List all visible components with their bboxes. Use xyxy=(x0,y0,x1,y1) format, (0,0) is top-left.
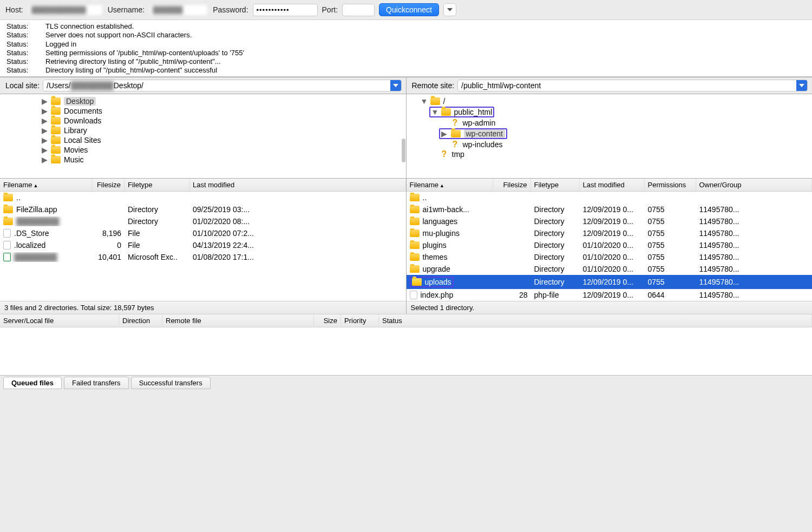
list-row[interactable]: themes Directory 01/10/2020 0... 0755 11… xyxy=(407,251,813,263)
col-filetype[interactable]: Filetype xyxy=(125,179,189,191)
list-row[interactable]: .localized 0 File 04/13/2019 22:4... xyxy=(0,239,406,251)
local-file-list: Filename▲ Filesize Filetype Last modifie… xyxy=(0,179,407,314)
tree-row-public-html[interactable]: ▼ public_html xyxy=(407,106,813,118)
list-row[interactable]: .. xyxy=(407,192,813,203)
cell-own: 11495780... xyxy=(696,205,813,214)
cell-type: Directory xyxy=(531,264,580,274)
folder-icon xyxy=(3,206,13,213)
col-filesize[interactable]: Filesize xyxy=(493,179,531,191)
tree-label: Local Sites xyxy=(64,136,101,145)
quickconnect-dropdown[interactable] xyxy=(443,3,456,16)
list-row[interactable]: ai1wm-back... Directory 12/09/2019 0... … xyxy=(407,203,813,215)
qcol-server[interactable]: Server/Local file xyxy=(0,314,119,327)
host-input[interactable] xyxy=(28,4,103,16)
queue-body xyxy=(0,327,812,375)
folder-icon xyxy=(51,136,61,144)
list-row[interactable]: FileZilla.app Directory 09/25/2019 03:..… xyxy=(0,203,406,215)
list-row[interactable]: languages Directory 12/09/2019 0... 0755… xyxy=(407,215,813,227)
tree-row[interactable]: ▶Library xyxy=(0,126,406,135)
folder-icon xyxy=(51,146,61,154)
cell-type: Directory xyxy=(531,252,580,262)
log-label: Status: xyxy=(6,31,32,40)
disclosure-closed-icon[interactable]: ▶ xyxy=(41,155,48,164)
folder-icon xyxy=(410,265,420,273)
scrollbar-thumb[interactable] xyxy=(402,139,405,162)
cell-type: Directory xyxy=(125,216,189,226)
col-filesize[interactable]: Filesize xyxy=(92,179,125,191)
local-tree[interactable]: ▶Desktop▶Documents▶Downloads▶Library▶Loc… xyxy=(0,94,406,178)
list-row[interactable]: ████████ 10,401 Microsoft Exc.. 01/08/20… xyxy=(0,251,406,263)
qcol-size[interactable]: Size xyxy=(314,314,341,327)
tree-row-tmp[interactable]: ? tmp xyxy=(407,149,813,159)
tree-row-wp-admin[interactable]: ? wp-admin xyxy=(407,118,813,128)
quickconnect-button[interactable]: Quickconnect xyxy=(379,3,439,16)
cell-type: Directory xyxy=(125,205,189,214)
disclosure-closed-icon[interactable]: ▶ xyxy=(41,107,48,115)
tree-row[interactable]: ▶Desktop xyxy=(0,96,406,106)
queue-header[interactable]: Server/Local file Direction Remote file … xyxy=(0,314,812,327)
disclosure-open-icon[interactable]: ▼ xyxy=(431,108,438,116)
username-input[interactable] xyxy=(149,4,208,16)
list-row[interactable]: index.php 28 php-file 12/09/2019 0... 06… xyxy=(407,289,813,301)
port-input[interactable] xyxy=(342,4,375,16)
combo-arrow-icon[interactable] xyxy=(796,80,807,91)
cell-name: themes xyxy=(423,253,448,261)
tab-queued[interactable]: Queued files xyxy=(3,377,62,389)
local-site-label: Local site: xyxy=(5,81,40,90)
remote-tree[interactable]: ▼ / ▼ public_html ? wp-admin ▶ xyxy=(407,94,813,178)
password-input[interactable] xyxy=(253,4,318,16)
list-row[interactable]: .DS_Store 8,196 File 01/10/2020 07:2... xyxy=(0,227,406,239)
tree-row-root[interactable]: ▼ / xyxy=(407,96,813,106)
qcol-status[interactable]: Status xyxy=(379,314,812,327)
cell-size xyxy=(92,221,125,222)
qcol-remote[interactable]: Remote file xyxy=(162,314,314,327)
disclosure-closed-icon[interactable]: ▶ xyxy=(41,116,48,125)
remote-path-text: /public_html/wp-content xyxy=(461,81,541,90)
cell-size xyxy=(493,281,531,283)
disclosure-closed-icon[interactable]: ▶ xyxy=(41,146,48,154)
remote-column-header[interactable]: Filename▲ Filesize Filetype Last modifie… xyxy=(407,179,813,192)
tab-failed[interactable]: Failed transfers xyxy=(64,377,129,389)
tree-row[interactable]: ▶Documents xyxy=(0,106,406,116)
cell-type: File xyxy=(125,228,189,238)
spreadsheet-icon xyxy=(3,253,11,261)
qcol-direction[interactable]: Direction xyxy=(119,314,162,327)
col-filename[interactable]: Filename xyxy=(3,181,32,189)
cell-name: ████████ xyxy=(14,253,57,261)
list-row[interactable]: plugins Directory 01/10/2020 0... 0755 1… xyxy=(407,239,813,251)
list-row[interactable]: ████████ Directory 01/02/2020 08:... xyxy=(0,215,406,227)
combo-arrow-icon[interactable] xyxy=(390,80,401,91)
folder-icon xyxy=(410,218,420,225)
tab-successful[interactable]: Successful transfers xyxy=(131,377,211,389)
list-row[interactable]: uploads Directory 12/09/2019 0... 0755 1… xyxy=(407,275,813,289)
log-msg: Server does not support non-ASCII charac… xyxy=(45,31,192,40)
col-modified[interactable]: Last modified xyxy=(189,179,406,191)
local-path-blur: ████████ xyxy=(70,81,113,90)
cell-own: 11495780... xyxy=(696,290,813,300)
disclosure-closed-icon[interactable]: ▶ xyxy=(41,136,48,145)
remote-path-combo[interactable]: /public_html/wp-content xyxy=(457,80,808,91)
local-path-combo[interactable]: /Users/████████Desktop/ xyxy=(43,80,401,91)
col-filename[interactable]: Filename xyxy=(410,181,438,189)
disclosure-closed-icon[interactable]: ▶ xyxy=(41,126,48,135)
list-row[interactable]: upgrade Directory 01/10/2020 0... 0755 1… xyxy=(407,263,813,275)
col-filetype[interactable]: Filetype xyxy=(531,179,580,191)
cell-type xyxy=(125,197,189,198)
col-owner[interactable]: Owner/Group xyxy=(696,179,813,191)
tree-row[interactable]: ▶Downloads xyxy=(0,116,406,126)
col-modified[interactable]: Last modified xyxy=(580,179,645,191)
tree-row[interactable]: ▶Movies xyxy=(0,145,406,155)
tree-row[interactable]: ▶Music xyxy=(0,155,406,165)
disclosure-closed-icon[interactable]: ▶ xyxy=(41,97,48,106)
tree-row[interactable]: ▶Local Sites xyxy=(0,135,406,145)
tree-row-wp-includes[interactable]: ? wp-includes xyxy=(407,140,813,149)
list-row[interactable]: mu-plugins Directory 12/09/2019 0... 075… xyxy=(407,227,813,239)
list-row[interactable]: .. xyxy=(0,192,406,203)
disclosure-open-icon[interactable]: ▼ xyxy=(421,97,427,106)
col-permissions[interactable]: Permissions xyxy=(645,179,696,191)
tree-label: Movies xyxy=(64,146,88,154)
tree-row-wp-content[interactable]: ▶ wp-content xyxy=(407,128,813,140)
disclosure-closed-icon[interactable]: ▶ xyxy=(441,129,448,138)
local-column-header[interactable]: Filename▲ Filesize Filetype Last modifie… xyxy=(0,179,406,192)
qcol-priority[interactable]: Priority xyxy=(341,314,379,327)
